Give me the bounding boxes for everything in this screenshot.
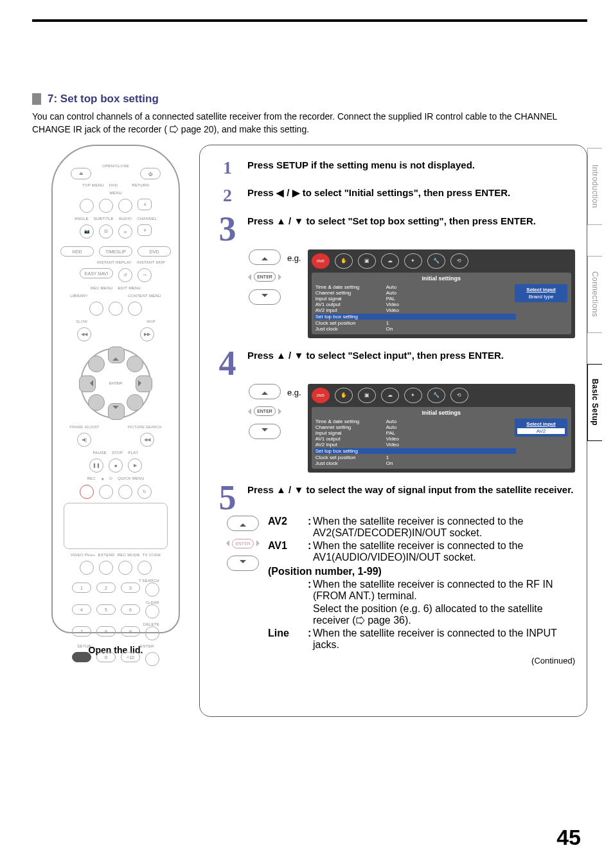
- hdd-button: HDD: [60, 246, 94, 257]
- steps-frame: 1 Press SETUP if the setting menu is not…: [199, 145, 587, 717]
- dvd-video-icon: DVD: [312, 388, 330, 403]
- section-intro: You can control channels of a connected …: [32, 111, 587, 136]
- tab-basic-setup: Basic Setup: [587, 364, 602, 441]
- step-4-example: ENTER e.g. DVD ✋▣☁✦🔧⟲ Initial settings: [249, 384, 575, 473]
- setup-button: [72, 652, 91, 662]
- nav-dpad: ENTER: [80, 348, 151, 419]
- section-heading: 7: Set top box setting: [32, 93, 587, 105]
- tab-connections: Connections: [587, 256, 602, 333]
- easy-navi-button: EASY NAVI: [80, 268, 113, 278]
- section-title-text: Set top box setting: [60, 93, 159, 105]
- eject-button: ⏏: [71, 168, 91, 179]
- step-3-example: ENTER e.g. DVD ✋▣☁✦🔧⟲ Initial settings: [249, 249, 575, 338]
- page-number: 45: [556, 825, 581, 850]
- power-button: ⏻: [140, 168, 161, 179]
- ch-down-button: ∨: [138, 224, 152, 236]
- step-2: 2 Press ◀ / ▶ to select "Initial setting…: [211, 187, 575, 203]
- stop-button: ■: [109, 458, 123, 473]
- step-4: 4 Press ▲ / ▼ to select "Select input", …: [211, 350, 575, 377]
- page-ref-icon: [356, 615, 365, 623]
- step-3: 3 Press ▲ / ▼ to select "Set top box set…: [211, 215, 575, 243]
- mini-dpad-icon: ENTER: [227, 516, 259, 567]
- tab-introduction: Introduction: [587, 148, 602, 225]
- mini-dpad-icon: ENTER: [249, 249, 281, 301]
- page-ref-icon: [170, 124, 179, 132]
- step-1: 1 Press SETUP if the setting menu is not…: [211, 159, 575, 176]
- dvd-button: DVD: [138, 246, 171, 257]
- pause-button: ❚❚: [89, 458, 103, 473]
- section-number: 7:: [48, 93, 57, 105]
- menu-mock-1: DVD ✋▣☁✦🔧⟲ Initial settings Time & date …: [308, 249, 575, 338]
- header-rule: [32, 19, 587, 22]
- heading-marker: [32, 93, 41, 105]
- ch-up-button: ∧: [138, 199, 152, 210]
- step-5: 5 Press ▲ / ▼ to select the way of signa…: [211, 484, 575, 512]
- play-button: ▶: [128, 458, 142, 473]
- timeslip-button: TIMESLIP: [99, 246, 132, 257]
- remote-illustration: OPEN/CLOSE ⏏⏻ TOP MENUDVDRETURN MENU ∧ A…: [51, 145, 180, 633]
- step-5-body: ENTER AV2:When the satellite receiver is…: [227, 516, 575, 665]
- continued-label: (Continued): [268, 656, 575, 665]
- dvd-video-icon: DVD: [312, 253, 330, 269]
- menu-mock-2: DVD ✋▣☁✦🔧⟲ Initial settings Time & date …: [308, 384, 575, 473]
- mini-dpad-icon: ENTER: [249, 384, 281, 435]
- side-tabs: Introduction Connections Basic Setup: [587, 148, 613, 441]
